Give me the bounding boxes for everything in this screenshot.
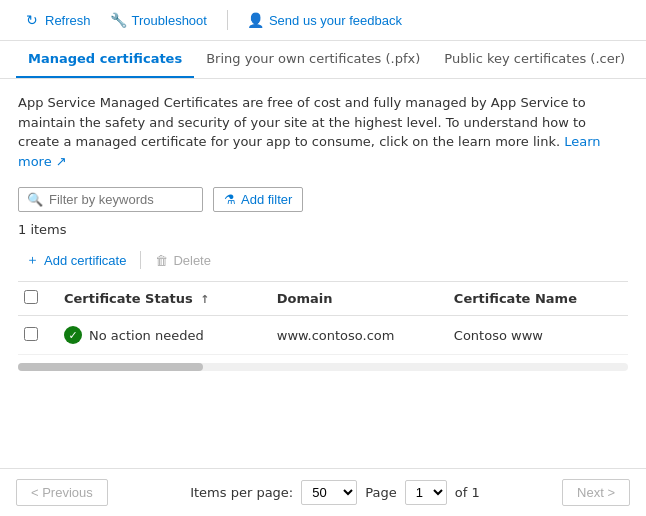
page-label: Page <box>365 485 396 500</box>
domain-cell: www.contoso.com <box>267 316 444 355</box>
troubleshoot-icon: 🔧 <box>111 12 127 28</box>
add-filter-button[interactable]: ⚗ Add filter <box>213 187 303 212</box>
delete-label: Delete <box>173 253 211 268</box>
tab-cer-certificates[interactable]: Public key certificates (.cer) <box>432 41 637 78</box>
toolbar: ↻ Refresh 🔧 Troubleshoot 👤 Send us your … <box>0 0 646 41</box>
tabs: Managed certificates Bring your own cert… <box>0 41 646 79</box>
next-section: Next > <box>562 479 630 506</box>
add-filter-label: Add filter <box>241 192 292 207</box>
refresh-button[interactable]: ↻ Refresh <box>16 8 99 32</box>
page-select[interactable]: 1 <box>405 480 447 505</box>
previous-button[interactable]: < Previous <box>16 479 108 506</box>
search-icon: 🔍 <box>27 192 43 207</box>
plus-icon: ＋ <box>26 251 39 269</box>
content-area: App Service Managed Certificates are fre… <box>0 79 646 371</box>
external-link-icon: ↗ <box>56 154 67 169</box>
feedback-icon: 👤 <box>248 12 264 28</box>
domain-column-header: Domain <box>267 282 444 316</box>
previous-section: < Previous <box>16 479 108 506</box>
toolbar-separator <box>227 10 228 30</box>
table-wrap: Certificate Status ↑ Domain Certificate … <box>18 282 628 355</box>
tab-pfx-certificates[interactable]: Bring your own certificates (.pfx) <box>194 41 432 78</box>
description-text: App Service Managed Certificates are fre… <box>18 93 628 171</box>
add-certificate-button[interactable]: ＋ Add certificate <box>18 247 134 273</box>
status-success-icon: ✓ <box>64 326 82 344</box>
filter-input-wrap: 🔍 <box>18 187 203 212</box>
action-separator <box>140 251 141 269</box>
item-count: 1 items <box>18 222 628 237</box>
select-all-header <box>18 282 54 316</box>
status-text: No action needed <box>89 328 204 343</box>
pagination-controls: Items per page: 102050100 Page 1 of 1 <box>190 480 480 505</box>
troubleshoot-label: Troubleshoot <box>132 13 207 28</box>
select-all-checkbox[interactable] <box>24 290 38 304</box>
row-checkbox[interactable] <box>24 327 38 341</box>
next-button[interactable]: Next > <box>562 479 630 506</box>
scrollbar-thumb[interactable] <box>18 363 203 371</box>
certificates-table: Certificate Status ↑ Domain Certificate … <box>18 282 628 355</box>
horizontal-scrollbar[interactable] <box>18 363 628 371</box>
of-label: of 1 <box>455 485 480 500</box>
refresh-label: Refresh <box>45 13 91 28</box>
items-per-page-label: Items per page: <box>190 485 293 500</box>
status-column-header: Certificate Status ↑ <box>54 282 267 316</box>
feedback-label: Send us your feedback <box>269 13 402 28</box>
sort-icon: ↑ <box>200 293 209 306</box>
filter-input[interactable] <box>49 192 194 207</box>
filter-row: 🔍 ⚗ Add filter <box>18 187 628 212</box>
refresh-icon: ↻ <box>24 12 40 28</box>
table-header-row: Certificate Status ↑ Domain Certificate … <box>18 282 628 316</box>
feedback-button[interactable]: 👤 Send us your feedback <box>240 8 410 32</box>
filter-funnel-icon: ⚗ <box>224 192 236 207</box>
table-row: ✓No action neededwww.contoso.comContoso … <box>18 316 628 355</box>
name-column-header: Certificate Name <box>444 282 628 316</box>
trash-icon: 🗑 <box>155 253 168 268</box>
pagination-footer: < Previous Items per page: 102050100 Pag… <box>0 468 646 516</box>
certificate-name-cell: Contoso www <box>444 316 628 355</box>
tab-managed-certificates[interactable]: Managed certificates <box>16 41 194 78</box>
delete-button[interactable]: 🗑 Delete <box>147 249 219 272</box>
actions-row: ＋ Add certificate 🗑 Delete <box>18 247 628 282</box>
items-per-page-select[interactable]: 102050100 <box>301 480 357 505</box>
status-cell: ✓No action needed <box>54 316 267 355</box>
row-checkbox-cell <box>18 316 54 355</box>
add-certificate-label: Add certificate <box>44 253 126 268</box>
troubleshoot-button[interactable]: 🔧 Troubleshoot <box>103 8 215 32</box>
